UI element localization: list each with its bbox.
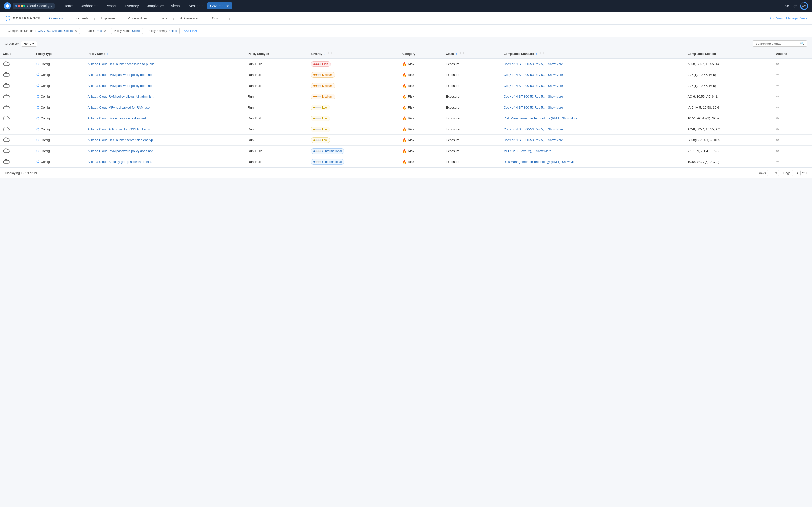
more-actions-button[interactable]: ⋮ (781, 149, 785, 153)
severity-sort[interactable]: ↓ (324, 52, 325, 56)
tab-overview[interactable]: Overview (46, 15, 66, 21)
nav-home[interactable]: Home (61, 2, 76, 9)
show-more-button[interactable]: Show More (548, 138, 563, 142)
more-actions-button[interactable]: ⋮ (781, 116, 785, 121)
rows-value-select[interactable]: 100 ▾ (767, 170, 779, 176)
edit-button[interactable]: ✏ (776, 159, 779, 164)
manage-views-link[interactable]: Manage Views (786, 16, 807, 20)
filter-enabled-close[interactable]: ✕ (104, 29, 106, 33)
page-value: 1 (794, 171, 796, 175)
group-by-select[interactable]: None ▾ (21, 41, 37, 47)
filter-enabled[interactable]: Enabled Yes ✕ (82, 28, 109, 34)
tab-ai-generated[interactable]: AI Generated (177, 15, 203, 21)
tab-custom[interactable]: Custom (209, 15, 227, 21)
col-compliance-standard[interactable]: Compliance Standard ↕ ⋮⋮ (501, 50, 685, 58)
show-more-button[interactable]: Show More (562, 160, 577, 164)
compliance-sort[interactable]: ↕ (536, 52, 537, 56)
more-actions-button[interactable]: ⋮ (781, 83, 785, 88)
edit-button[interactable]: ✏ (776, 72, 779, 77)
class-options[interactable]: ⋮⋮ (459, 52, 465, 56)
show-more-button[interactable]: Show More (548, 73, 563, 77)
edit-button[interactable]: ✏ (776, 127, 779, 131)
show-more-button[interactable]: Show More (548, 84, 563, 88)
more-actions-button[interactable]: ⋮ (781, 105, 785, 110)
col-policy-name[interactable]: Policy Name ↕ ⋮⋮ (85, 50, 245, 58)
edit-button[interactable]: ✏ (776, 105, 779, 110)
compliance-link[interactable]: Risk Management in Technology (RMiT) (503, 116, 561, 120)
cell-policy-name[interactable]: Alibaba Cloud RAM policy allows full adm… (85, 91, 245, 102)
edit-button[interactable]: ✏ (776, 138, 779, 143)
compliance-link[interactable]: Copy of NIST 800-53 Rev 5,... (503, 62, 547, 66)
show-more-button[interactable]: Show More (536, 149, 551, 153)
tab-data[interactable]: Data (157, 15, 171, 21)
more-actions-button[interactable]: ⋮ (781, 127, 785, 131)
nav-alerts[interactable]: Alerts (168, 2, 182, 9)
add-filter-button[interactable]: Add Filter (181, 28, 199, 34)
nav-inventory[interactable]: Inventory (121, 2, 142, 9)
policy-type-value: Config (41, 95, 50, 98)
severity-options[interactable]: ⋮⋮ (327, 52, 333, 56)
cell-policy-name[interactable]: Alibaba Cloud RAM password policy does n… (85, 146, 245, 157)
compliance-link[interactable]: Copy of NIST 800-53 Rev 5,... (503, 73, 547, 77)
edit-button[interactable]: ✏ (776, 94, 779, 99)
policy-name-sort[interactable]: ↕ (107, 52, 109, 56)
filter-policy-name[interactable]: Policy Name Select (111, 28, 143, 34)
compliance-link[interactable]: Copy of NIST 800-53 Rev 5,... (503, 138, 547, 142)
cell-policy-name[interactable]: Alibaba Cloud ActionTrail log OSS bucket… (85, 124, 245, 135)
compliance-options[interactable]: ⋮⋮ (539, 52, 545, 56)
sev-dot-1 (313, 74, 315, 76)
nav-investigate[interactable]: Investigate (183, 2, 206, 9)
search-input[interactable] (755, 42, 799, 46)
more-actions-button[interactable]: ⋮ (781, 72, 785, 77)
edit-button[interactable]: ✏ (776, 83, 779, 88)
filter-compliance-standard[interactable]: Compliance Standard CIS v1.0.0 (Alibaba … (5, 28, 80, 34)
show-more-button[interactable]: Show More (548, 106, 563, 109)
table-row: ⚙ConfigAlibaba Cloud RAM password policy… (0, 146, 812, 157)
filter-policy-severity[interactable]: Policy Severity Select (145, 28, 179, 34)
col-class[interactable]: Class ↕ ⋮⋮ (443, 50, 501, 58)
cell-policy-name[interactable]: Alibaba Cloud OSS bucket accessible to p… (85, 58, 245, 69)
show-more-button[interactable]: Show More (548, 127, 563, 131)
tab-incidents[interactable]: Incidents (72, 15, 92, 21)
cell-policy-name[interactable]: Alibaba Cloud RAM password policy does n… (85, 80, 245, 91)
compliance-link[interactable]: Risk Management in Technology (RMiT) (503, 160, 561, 164)
show-more-button[interactable]: Show More (562, 117, 577, 120)
cell-policy-name[interactable]: Alibaba Cloud RAM password policy does n… (85, 69, 245, 80)
page-value-select[interactable]: 1 ▾ (792, 170, 801, 176)
add-view-link[interactable]: Add View (769, 16, 783, 20)
more-actions-button[interactable]: ⋮ (781, 62, 785, 66)
cell-category: 🔥Risk (399, 124, 443, 135)
cell-policy-name[interactable]: Alibaba Cloud Security group allow inter… (85, 157, 245, 167)
nav-governance[interactable]: Governance (207, 2, 232, 9)
class-sort[interactable]: ↕ (455, 52, 457, 56)
policy-name-options[interactable]: ⋮⋮ (110, 52, 116, 56)
compliance-link[interactable]: Copy of NIST 800-53 Rev 5,... (503, 95, 547, 98)
more-actions-button[interactable]: ⋮ (781, 138, 785, 143)
edit-button[interactable]: ✏ (776, 116, 779, 121)
cell-policy-type: ⚙Config (33, 157, 85, 167)
cell-policy-name[interactable]: Alibaba Cloud MFA is disabled for RAM us… (85, 102, 245, 113)
compliance-link[interactable]: Copy of NIST 800-53 Rev 5,... (503, 106, 547, 109)
show-more-button[interactable]: Show More (548, 62, 563, 66)
nav-reports[interactable]: Reports (102, 2, 120, 9)
nav-compliance[interactable]: Compliance (143, 2, 167, 9)
cell-policy-name[interactable]: Alibaba Cloud disk encryption is disable… (85, 113, 245, 124)
compliance-link[interactable]: Copy of NIST 800-53 Rev 5,... (503, 84, 547, 88)
tab-incidents-dots: ⋮ (93, 16, 97, 20)
app-selector[interactable]: Cloud Security ▾ (13, 3, 55, 9)
more-actions-button[interactable]: ⋮ (781, 94, 785, 99)
settings-link[interactable]: Settings (784, 4, 797, 8)
filter-compliance-close[interactable]: ✕ (75, 29, 77, 33)
tab-exposure[interactable]: Exposure (98, 15, 118, 21)
compliance-link[interactable]: MLPS 2.0 (Level 2),... (503, 149, 535, 153)
tab-vulnerabilities[interactable]: Vulnerabilities (124, 15, 151, 21)
edit-button[interactable]: ✏ (776, 149, 779, 153)
compliance-link[interactable]: Copy of NIST 800-53 Rev 5,... (503, 127, 547, 131)
cell-actions: ✏ ⋮ (773, 102, 812, 113)
cell-policy-name[interactable]: Alibaba Cloud OSS bucket server-side enc… (85, 135, 245, 146)
more-actions-button[interactable]: ⋮ (781, 159, 785, 164)
show-more-button[interactable]: Show More (548, 95, 563, 98)
col-severity[interactable]: Severity ↓ ⋮⋮ (308, 50, 399, 58)
edit-button[interactable]: ✏ (776, 62, 779, 66)
nav-dashboards[interactable]: Dashboards (77, 2, 101, 9)
